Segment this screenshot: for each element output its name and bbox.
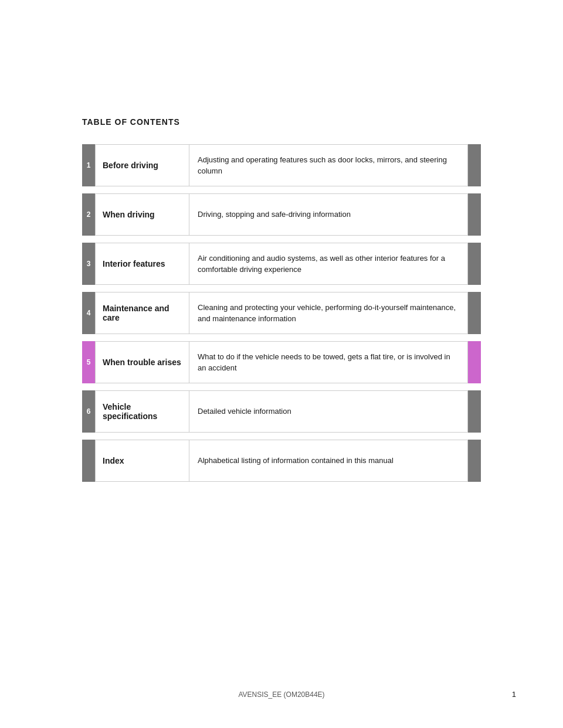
page-container: TABLE OF CONTENTS 1 Before driving Adjus… <box>0 0 563 728</box>
entry-number: 6 <box>82 390 95 433</box>
entry-description: Driving, stopping and safe-driving infor… <box>189 193 468 236</box>
entry-title: Before driving <box>95 144 189 186</box>
entry-title: When trouble arises <box>95 341 189 383</box>
entry-description: Adjusting and operating features such as… <box>189 144 468 186</box>
entry-description: What to do if the vehicle needs to be to… <box>189 341 468 383</box>
entry-title: Interior features <box>95 243 189 285</box>
entry-title: Vehicle specifications <box>95 390 189 433</box>
toc-entry: 5 When trouble arises What to do if the … <box>82 341 481 383</box>
toc-entry: 2 When driving Driving, stopping and saf… <box>82 193 481 236</box>
entry-color-block <box>468 144 481 186</box>
entry-number: 3 <box>82 243 95 285</box>
entry-color-block <box>468 193 481 236</box>
toc-entry: 6 Vehicle specifications Detailed vehicl… <box>82 390 481 433</box>
entry-color-block <box>468 292 481 334</box>
entry-color-block <box>468 390 481 433</box>
toc-entry: Index Alphabetical listing of informatio… <box>82 440 481 482</box>
entry-description: Alphabetical listing of information cont… <box>189 440 468 482</box>
entry-number: 5 <box>82 341 95 383</box>
entry-title: Maintenance and care <box>95 292 189 334</box>
toc-entry: 3 Interior features Air conditioning and… <box>82 243 481 285</box>
entry-number: 1 <box>82 144 95 186</box>
entry-number <box>82 440 95 482</box>
entry-color-block <box>468 341 481 383</box>
entry-number: 2 <box>82 193 95 236</box>
toc-title: TABLE OF CONTENTS <box>82 117 481 127</box>
entry-description: Air conditioning and audio systems, as w… <box>189 243 468 285</box>
entry-number: 4 <box>82 292 95 334</box>
content-area: TABLE OF CONTENTS 1 Before driving Adjus… <box>0 0 563 517</box>
toc-entries: 1 Before driving Adjusting and operating… <box>82 144 481 482</box>
entry-description: Detailed vehicle information <box>189 390 468 433</box>
toc-entry: 1 Before driving Adjusting and operating… <box>82 144 481 186</box>
toc-entry: 4 Maintenance and care Cleaning and prot… <box>82 292 481 334</box>
entry-color-block <box>468 440 481 482</box>
entry-title: Index <box>95 440 189 482</box>
footer-text: AVENSIS_EE (OM20B44E) <box>0 690 563 699</box>
entry-color-block <box>468 243 481 285</box>
entry-description: Cleaning and protecting your vehicle, pe… <box>189 292 468 334</box>
page-number: 1 <box>512 690 516 699</box>
entry-title: When driving <box>95 193 189 236</box>
